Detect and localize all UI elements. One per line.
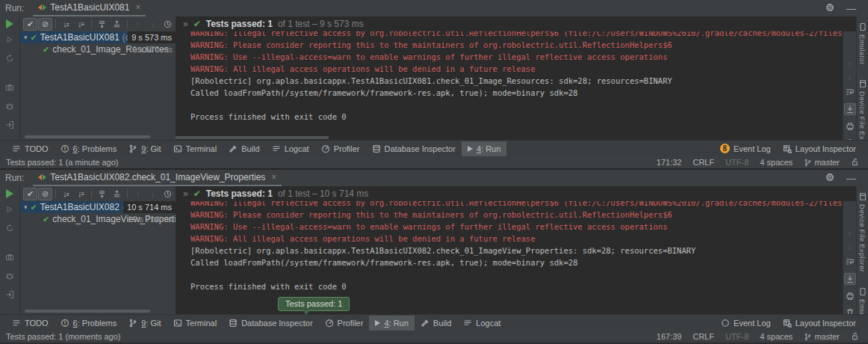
tool-window-button-build[interactable]: Build [415,316,457,331]
hide-tool-window-icon[interactable]: — [846,3,856,14]
run-tab[interactable]: TestA1BasicUIX081 × [33,0,146,16]
scroll-to-end-icon[interactable] [844,103,856,115]
next-occurrence-icon[interactable]: ↓ [146,188,160,200]
refresh-icon[interactable] [5,222,14,236]
close-icon[interactable]: × [135,2,140,13]
tool-window-button-logcat[interactable]: Logcat [266,141,315,156]
test-history-clock-icon[interactable] [161,18,175,31]
refresh-icon[interactable] [5,52,14,66]
rerun-failed-tests-icon[interactable] [5,34,14,47]
run-tab[interactable]: TestA1BasicUIX082.check_01_ImageView_Pro… [33,170,282,186]
prev-message-icon[interactable]: ↑ [848,60,852,67]
tool-window-button-run[interactable]: 4: Run [462,141,506,156]
lock-icon[interactable] [851,158,859,168]
event-log-button[interactable]: 8 Event Log [714,141,777,156]
expand-all-icon[interactable] [95,188,109,200]
tool-window-button-database-inspector[interactable]: Database Inspector [366,141,462,156]
tool-window-button-todo[interactable]: TODO [6,316,55,331]
import-test-results-icon[interactable] [5,119,14,132]
line-separator-widget[interactable]: CRLF [692,158,714,167]
tool-window-button-git[interactable]: 9: Git [123,141,167,156]
caret-position-widget[interactable]: 171:32 [657,158,682,167]
tool-window-button-device-file-explorer[interactable]: Device File Explorer [858,192,867,272]
import-test-results-icon[interactable] [5,289,14,302]
show-ignored-toggle[interactable]: ⊘ [38,188,52,200]
show-passed-toggle[interactable]: ✔ [23,18,37,31]
close-icon[interactable]: × [271,172,276,182]
show-passed-toggle[interactable]: ✔ [23,188,37,200]
event-log-button[interactable]: Event Log [715,316,777,331]
tool-window-button-logcat[interactable]: Logcat [457,316,506,331]
rerun-tests-icon[interactable] [6,189,13,198]
console-horizontal-scrollbar[interactable] [176,136,329,139]
toolbar-overflow-icon[interactable]: » [183,19,188,29]
collapse-all-icon[interactable] [110,18,124,31]
chevron-down-icon[interactable]: ▾ [24,203,28,211]
settings-gear-icon[interactable] [825,1,834,15]
caret-position-widget[interactable]: 167:39 [657,332,682,341]
tool-window-button-terminal[interactable]: Terminal [167,316,223,331]
previous-occurrence-icon[interactable]: ↑ [131,188,145,200]
tool-window-button-build[interactable]: Build [223,141,265,156]
previous-occurrence-icon[interactable]: ↑ [131,18,145,31]
soft-wrap-icon[interactable] [845,257,855,267]
attach-debugger-icon[interactable] [5,270,14,283]
console-line: WARNING: All illegal access operations w… [190,63,843,75]
print-icon[interactable] [845,121,855,132]
print-icon[interactable] [845,291,855,301]
show-ignored-toggle[interactable]: ⊘ [38,18,52,31]
tool-window-button-profiler[interactable]: Profiler [315,141,366,156]
hide-tool-window-icon[interactable]: — [846,173,856,184]
sort-alphabetically-icon[interactable]: ↓z [59,18,73,31]
git-branch-widget[interactable]: master [804,158,840,167]
run-icon [375,320,380,326]
sort-by-duration-icon[interactable]: ↓≡ [74,18,88,31]
prev-message-icon[interactable]: ↑ [848,230,852,237]
next-occurrence-icon[interactable]: ↓ [146,18,160,31]
test-case-row[interactable]: ✔ check_01_ImageView_Properties 10 s 714… [20,213,176,225]
settings-gear-icon[interactable] [825,171,834,185]
screenshot-camera-icon[interactable] [5,251,14,265]
tree-horizontal-scrollbar[interactable] [25,310,150,313]
test-case-row[interactable]: ✔ check_01_Image_Resources 9 s 573 ms [20,43,176,55]
test-suite-row[interactable]: ▾ ✔ TestA1BasicUIX082 (org.aplas.basica … [20,201,176,213]
tool-window-button-git[interactable]: 9: Git [123,316,167,331]
run-console[interactable]: WARNING: Illegal reflective access by or… [176,201,843,314]
test-suite-row[interactable]: ▾ ✔ TestA1BasicUIX081 (org.aplas.basica … [20,31,176,43]
layout-inspector-button[interactable]: Layout Inspector [777,141,862,156]
soft-wrap-icon[interactable] [845,87,855,97]
lock-icon[interactable] [851,332,859,342]
chevron-down-icon[interactable]: ▾ [24,34,28,41]
toolbar-overflow-icon[interactable]: » [183,188,188,199]
console-toolbar: ↑ ↓ [843,201,856,314]
tool-window-button-problems[interactable]: 6: Problems [55,141,123,156]
layout-inspector-button[interactable]: Layout Inspector [777,316,862,331]
indent-widget[interactable]: 4 spaces [760,332,793,341]
encoding-widget[interactable]: UTF-8 [725,332,748,341]
git-branch-widget[interactable]: master [804,332,840,341]
rerun-tests-icon[interactable] [6,19,13,28]
rerun-failed-tests-icon[interactable] [5,203,14,217]
scroll-to-end-icon[interactable] [844,273,856,285]
tool-window-button-terminal[interactable]: Terminal [167,141,223,156]
encoding-widget[interactable]: UTF-8 [725,158,748,167]
sort-by-duration-icon[interactable]: ↓≡ [74,188,88,200]
collapse-all-icon[interactable] [110,188,124,200]
tree-horizontal-scrollbar[interactable] [25,135,150,138]
next-message-icon[interactable]: ↓ [848,243,852,251]
run-console[interactable]: WARNING: Illegal reflective access by or… [176,31,843,140]
expand-all-icon[interactable] [95,18,109,31]
tool-window-button-profiler[interactable]: Profiler [319,316,370,331]
tool-window-button-run[interactable]: 4: Run [369,316,414,331]
sort-alphabetically-icon[interactable]: ↓z [59,188,73,200]
tool-window-button-problems[interactable]: 6: Problems [55,316,123,331]
test-history-clock-icon[interactable] [161,188,175,200]
next-message-icon[interactable]: ↓ [848,73,852,81]
tool-window-button-emulator[interactable]: Emulator [858,22,867,64]
screenshot-camera-icon[interactable] [5,82,14,95]
indent-widget[interactable]: 4 spaces [760,158,793,167]
tool-window-button-database-inspector[interactable]: Database Inspector [223,316,318,331]
attach-debugger-icon[interactable] [5,100,14,114]
line-separator-widget[interactable]: CRLF [692,332,714,341]
tool-window-button-todo[interactable]: TODO [6,141,55,156]
